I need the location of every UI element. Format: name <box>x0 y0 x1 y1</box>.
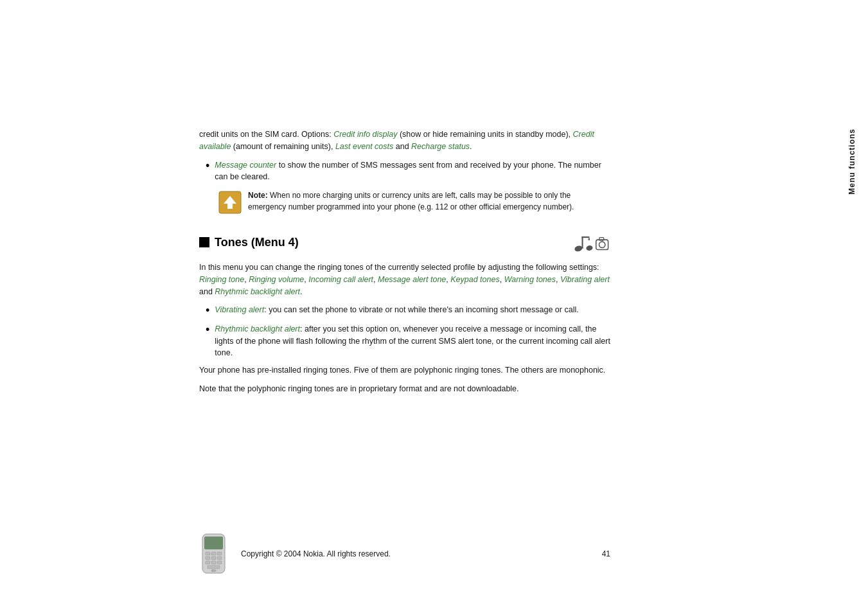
svg-point-8 <box>599 242 605 247</box>
bullet-text-3: Rhythmic backlight alert: after you set … <box>215 323 610 359</box>
incoming-call-alert-link: Incoming call alert <box>308 275 373 284</box>
note-box: Note: When no more charging units or cur… <box>218 190 610 214</box>
note-text: Note: When no more charging units or cur… <box>248 190 610 213</box>
tones-icon <box>572 229 610 255</box>
section-header: Tones (Menu 4) <box>199 229 610 255</box>
page-container: Menu functions credit units on the SIM c… <box>0 0 868 613</box>
rhythmic-backlight-link: Rhythmic backlight alert <box>215 324 300 333</box>
intro-text4: and <box>393 142 411 151</box>
svg-rect-9 <box>599 238 604 240</box>
note-label: Note: <box>248 191 268 200</box>
paragraph-2: Note that the polyphonic ringing tones a… <box>199 383 610 395</box>
svg-rect-12 <box>206 552 210 555</box>
intro-paragraph: credit units on the SIM card. Options: C… <box>199 129 610 153</box>
svg-rect-13 <box>211 552 216 555</box>
bullet-vibrating-alert: • Vibrating alert: you can set the phone… <box>199 304 610 318</box>
svg-rect-4 <box>581 236 589 238</box>
svg-rect-11 <box>204 537 223 549</box>
credit-info-display-link: Credit info display <box>333 130 397 139</box>
vibrating-alert-link-intro: Vibrating alert <box>560 275 610 284</box>
black-square-icon <box>199 237 209 247</box>
bullet-text-2: Vibrating alert: you can set the phone t… <box>215 304 578 316</box>
bullet-dot-1: • <box>206 159 209 173</box>
vibrating-alert-link: Vibrating alert <box>215 305 264 314</box>
section-text3: , <box>373 275 378 284</box>
section-title-text: Tones (Menu 4) <box>215 236 299 249</box>
bullet-dot-2: • <box>206 304 209 318</box>
section-intro: In this menu you can change the ringing … <box>199 262 610 298</box>
svg-point-6 <box>585 245 593 251</box>
message-counter-link: Message counter <box>215 161 276 170</box>
svg-rect-16 <box>211 556 216 560</box>
bullet-message-counter: • Message counter to show the number of … <box>199 159 610 184</box>
svg-rect-3 <box>581 236 583 249</box>
footer-page-number: 41 <box>602 549 610 558</box>
recharge-status-link: Recharge status <box>411 142 470 151</box>
paragraph-1: Your phone has pre-installed ringing ton… <box>199 364 610 377</box>
note-icon <box>218 191 242 214</box>
rhythmic-backlight-link-intro: Rhythmic backlight alert <box>215 287 300 296</box>
bullet2-text: : you can set the phone to vibrate or no… <box>264 305 578 314</box>
footer-area: Copyright © 2004 Nokia. All rights reser… <box>199 533 610 574</box>
svg-rect-15 <box>206 556 210 560</box>
section-text6: , <box>556 275 560 284</box>
ringing-tone-link: Ringing tone <box>199 275 244 284</box>
last-event-costs-link: Last event costs <box>335 142 393 151</box>
svg-rect-5 <box>589 238 590 240</box>
section-intro-text: In this menu you can change the ringing … <box>199 263 599 272</box>
note-body: When no more charging units or currency … <box>248 191 574 211</box>
sidebar-label: Menu functions <box>847 129 856 195</box>
intro-text2: (show or hide remaining units in standby… <box>397 130 572 139</box>
svg-rect-19 <box>211 561 216 564</box>
message-alert-tone-link: Message alert tone <box>378 275 446 284</box>
warning-tones-link: Warning tones <box>504 275 556 284</box>
nokia-phone-icon <box>199 533 228 574</box>
intro-text1: credit units on the SIM card. Options: <box>199 130 333 139</box>
intro-text3: (amount of remaining units), <box>231 142 335 151</box>
footer-copyright: Copyright © 2004 Nokia. All rights reser… <box>241 549 589 558</box>
bullet-rhythmic-backlight: • Rhythmic backlight alert: after you se… <box>199 323 610 359</box>
section-text8: . <box>300 287 302 296</box>
svg-point-22 <box>211 569 217 572</box>
section-text7: and <box>199 287 215 296</box>
svg-rect-17 <box>217 556 222 560</box>
svg-rect-14 <box>217 552 222 555</box>
svg-rect-18 <box>206 561 210 564</box>
svg-point-2 <box>574 245 583 252</box>
section-title: Tones (Menu 4) <box>199 236 299 249</box>
svg-rect-20 <box>217 561 222 564</box>
keypad-tones-link: Keypad tones <box>450 275 499 284</box>
ringing-volume-link: Ringing volume <box>249 275 304 284</box>
bullet-dot-3: • <box>206 323 209 337</box>
svg-rect-21 <box>208 565 220 569</box>
content-area: credit units on the SIM card. Options: C… <box>199 129 610 402</box>
section-text5: , <box>500 275 504 284</box>
bullet-text-1: Message counter to show the number of SM… <box>215 159 610 184</box>
intro-text5: . <box>470 142 472 151</box>
